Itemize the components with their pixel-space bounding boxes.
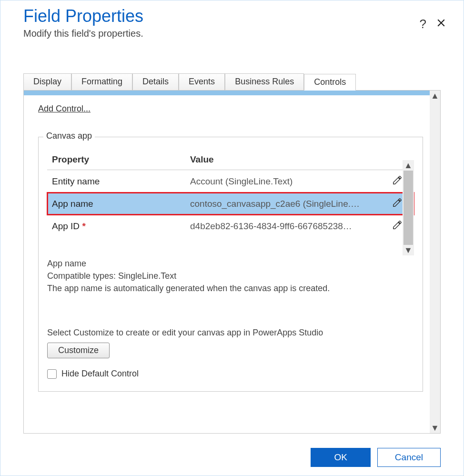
- property-name: App ID: [52, 221, 80, 231]
- property-value: contoso_canvasapp_c2ae6 (SingleLine.…: [190, 199, 385, 209]
- canvas-app-fieldset: Canvas app Property Value Entity name Ac…: [38, 137, 423, 392]
- hide-default-checkbox[interactable]: [47, 369, 57, 379]
- tab-events[interactable]: Events: [179, 73, 225, 90]
- tab-business-rules[interactable]: Business Rules: [225, 73, 304, 90]
- ok-button[interactable]: OK: [311, 448, 370, 467]
- grid-scrollbar[interactable]: ▲ ▼: [403, 160, 414, 255]
- required-asterisk: *: [82, 221, 85, 231]
- property-row-entity-name[interactable]: Entity name Account (SingleLine.Text): [47, 170, 414, 192]
- description-title: App name: [47, 257, 414, 270]
- column-header-property: Property: [52, 154, 190, 165]
- tabstrip: Display Formatting Details Events Busine…: [23, 73, 441, 91]
- scroll-thumb[interactable]: [403, 171, 413, 245]
- column-header-value: Value: [190, 154, 385, 165]
- hide-default-label: Hide Default Control: [61, 369, 139, 379]
- tab-details[interactable]: Details: [132, 73, 179, 90]
- property-grid: Property Value Entity name Account (Sing…: [47, 146, 414, 237]
- cancel-button[interactable]: Cancel: [377, 448, 441, 467]
- fieldset-legend: Canvas app: [43, 131, 95, 141]
- property-value: d4b2eb82-6136-4834-9ff6-667685238…: [190, 221, 385, 232]
- selection-bar: [24, 91, 430, 95]
- customize-hint: Select Customize to create or edit your …: [47, 328, 414, 338]
- help-icon[interactable]: ?: [420, 17, 426, 31]
- scroll-up-icon[interactable]: ▲: [430, 91, 440, 101]
- customize-button[interactable]: Customize: [47, 343, 110, 358]
- scroll-down-icon[interactable]: ▼: [403, 245, 414, 255]
- scroll-up-icon[interactable]: ▲: [403, 160, 414, 171]
- property-row-app-id[interactable]: App ID * d4b2eb82-6136-4834-9ff6-6676852…: [47, 215, 414, 237]
- property-row-app-name[interactable]: App name contoso_canvasapp_c2ae6 (Single…: [47, 192, 414, 215]
- description-line: The app name is automatically generated …: [47, 282, 414, 294]
- add-control-link[interactable]: Add Control...: [38, 104, 91, 113]
- dialog-subtitle: Modify this field's properties.: [23, 28, 441, 39]
- scroll-down-icon[interactable]: ▼: [430, 423, 440, 433]
- property-name: App name: [52, 199, 93, 209]
- dialog-title: Field Properties: [23, 6, 441, 26]
- description-line: Compatible types: SingleLine.Text: [47, 270, 414, 282]
- property-name: Entity name: [52, 176, 100, 186]
- close-icon[interactable]: [437, 19, 445, 30]
- property-value: Account (SingleLine.Text): [190, 176, 385, 187]
- tab-formatting[interactable]: Formatting: [71, 73, 132, 90]
- panel-scrollbar[interactable]: ▲ ▼: [430, 91, 440, 433]
- tab-controls[interactable]: Controls: [304, 74, 356, 91]
- tab-display[interactable]: Display: [23, 73, 71, 90]
